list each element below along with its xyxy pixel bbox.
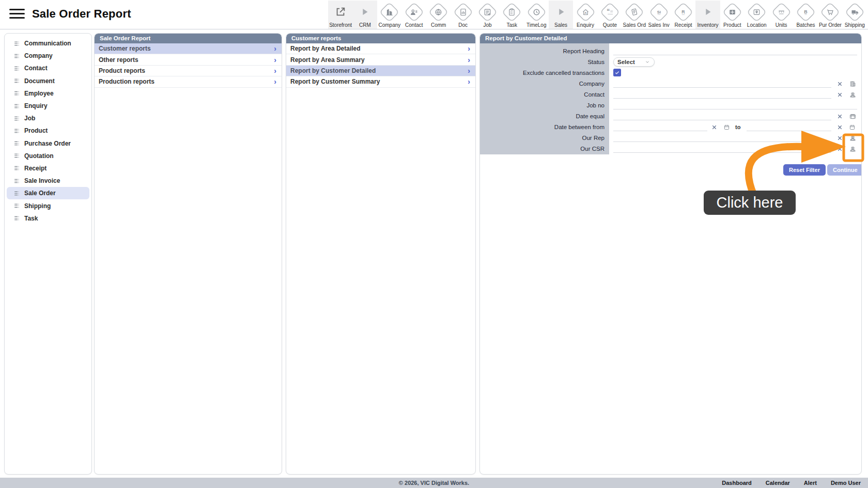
list-item-other-reports[interactable]: Other reports› [95, 54, 282, 65]
form-label-job-no: Job no [480, 100, 609, 111]
external-link-icon [335, 6, 346, 18]
contact-clear-icon[interactable] [836, 91, 844, 99]
toolbar-item-batches[interactable]: BBatches [794, 1, 818, 29]
toolbar-item-shipping[interactable]: Shipping [843, 1, 867, 29]
sidebar-item-label: Employee [24, 90, 54, 97]
sidebar-item-task[interactable]: Task [7, 212, 89, 225]
date-between-from-from-clear-icon[interactable] [710, 123, 718, 131]
reset-filter-button[interactable]: Reset Filter [783, 164, 826, 176]
diamond-frame [404, 2, 424, 22]
sidebar-item-contact[interactable]: Contact [7, 62, 89, 74]
our-rep-input[interactable] [613, 141, 831, 142]
sidebar-item-shipping[interactable]: Shipping [7, 199, 89, 212]
list-lines-icon [13, 152, 20, 159]
sidebar-item-product[interactable]: Product [7, 124, 89, 137]
sidebar-item-quotation[interactable]: Quotation [7, 150, 89, 162]
footer-link-dashboard[interactable]: Dashboard [722, 480, 751, 486]
toolbar-item-crm[interactable]: CRM [353, 1, 377, 29]
contact-person-picker-icon[interactable] [848, 91, 856, 99]
sidebar-item-company[interactable]: Company [7, 50, 89, 62]
toolbar-item-label: Comm [431, 22, 446, 28]
chevron-right-icon: › [468, 45, 470, 52]
toolbar-item-storefront[interactable]: Storefront [328, 1, 352, 29]
list-item-label: Other reports [99, 56, 138, 64]
report-heading-input[interactable] [613, 55, 857, 55]
chevron-right-icon: › [468, 78, 470, 85]
our-csr-clear-icon[interactable] [836, 145, 844, 153]
sidebar-item-sale-order[interactable]: Sale Order [7, 187, 89, 199]
our-csr-input[interactable] [613, 152, 831, 153]
toolbar-item-quote[interactable]: “Quote [598, 1, 622, 29]
company-input[interactable] [613, 87, 831, 88]
company-company-picker-icon[interactable] [848, 80, 856, 88]
list-item-report-by-area-summary[interactable]: Report by Area Summary› [286, 54, 475, 65]
toolbar-item-label: Sales Inv [648, 22, 670, 28]
list-item-report-by-area-detailed[interactable]: Report by Area Detailed› [286, 43, 475, 54]
date-between-from-to-clear-icon[interactable] [836, 123, 844, 131]
date-between-from-to-calendar-picker-icon[interactable] [848, 123, 856, 131]
toolbar-item-product[interactable]: Product [720, 1, 745, 29]
chevron-right-icon: › [274, 56, 276, 64]
sidebar-item-job[interactable]: Job [7, 112, 89, 124]
toolbar-item-pur-order[interactable]: Pur Order [818, 1, 842, 29]
status-select[interactable]: Select [613, 57, 655, 67]
toolbar-item-contact[interactable]: Contact [402, 1, 426, 29]
list-item-label: Production reports [99, 78, 154, 85]
b-letter-icon: B [801, 8, 810, 17]
date-equal-calendar-picker-icon[interactable] [848, 113, 856, 120]
hamburger-menu-icon[interactable] [9, 9, 25, 20]
toolbar-item-company[interactable]: Company [377, 1, 401, 29]
toolbar-item-label: Quote [603, 22, 617, 28]
list-item-customer-reports[interactable]: Customer reports› [95, 43, 282, 54]
toolbar-item-sales-inv[interactable]: SiSales Inv [646, 1, 671, 29]
toolbar-item-enquiry[interactable]: AEnquiry [573, 1, 597, 29]
toolbar-item-inventory[interactable]: Inventory [695, 1, 720, 29]
continue-button[interactable]: Continue [827, 164, 862, 176]
date-equal-clear-icon[interactable] [836, 113, 844, 120]
form-label-date-between-from: Date between from [480, 122, 609, 133]
list-item-product-reports[interactable]: Product reports› [95, 66, 282, 76]
our-rep-clear-icon[interactable] [836, 134, 844, 142]
company-clear-icon[interactable] [836, 80, 844, 88]
footer-link-calendar[interactable]: Calendar [766, 480, 790, 486]
toolbar-item-timelog[interactable]: TimeLog [524, 1, 549, 29]
our-csr-person-picker-icon[interactable] [848, 145, 856, 153]
our-rep-person-picker-icon[interactable] [848, 134, 856, 142]
form-row-date-between-from: Date between fromto [480, 122, 861, 133]
job-no-input[interactable] [613, 109, 857, 109]
toolbar-item-doc[interactable]: Doc [451, 1, 475, 29]
sidebar-item-document[interactable]: Document [7, 75, 89, 87]
toolbar-item-receipt[interactable]: RReceipt [671, 1, 695, 29]
toolbar-item-sales-ord[interactable]: Sales Ord [622, 1, 646, 29]
list-item-report-by-customer-summary[interactable]: Report by Customer Summary› [286, 76, 475, 87]
exclude-cancelled-transactions-checkbox[interactable] [613, 69, 621, 76]
toolbar-item-sales[interactable]: Sales [549, 1, 573, 29]
sidebar-item-receipt[interactable]: Receipt [7, 162, 89, 175]
date-between-from-to-input[interactable] [747, 131, 831, 131]
sidebar-item-communication[interactable]: Communication [7, 37, 89, 50]
sidebar-item-purchase-order[interactable]: Purchase Order [7, 137, 89, 150]
list-lines-icon [13, 40, 20, 47]
date-between-from-from-input[interactable] [613, 131, 707, 131]
toolbar-item-location[interactable]: Location [745, 1, 769, 29]
sidebar-item-employee[interactable]: Employee [7, 87, 89, 100]
diamond-frame: B [796, 2, 815, 22]
toolbar-item-label: Receipt [675, 22, 692, 28]
contact-input[interactable] [613, 98, 831, 99]
toolbar-item-units[interactable]: Units [769, 1, 793, 29]
toolbar-item-job[interactable]: Job [475, 1, 500, 29]
footer-link-alert[interactable]: Alert [804, 480, 817, 486]
sidebar-item-sale-invoice[interactable]: Sale Invoice [7, 175, 89, 187]
diamond-frame [747, 2, 767, 22]
toolbar-item-comm[interactable]: Comm [426, 1, 451, 29]
toolbar-item-label: Shipping [845, 22, 865, 28]
form-label-our-rep: Our Rep [480, 133, 609, 144]
list-item-report-by-customer-detailed[interactable]: Report by Customer Detailed› [286, 66, 475, 76]
list-lines-icon [13, 128, 20, 134]
date-between-from-from-calendar-picker-icon[interactable] [723, 123, 731, 131]
sidebar-item-enquiry[interactable]: Enquiry [7, 100, 89, 112]
toolbar-item-task[interactable]: Task [500, 1, 524, 29]
date-equal-input[interactable] [613, 120, 831, 120]
footer-link-demo-user[interactable]: Demo User [831, 480, 861, 486]
list-item-production-reports[interactable]: Production reports› [95, 76, 282, 87]
